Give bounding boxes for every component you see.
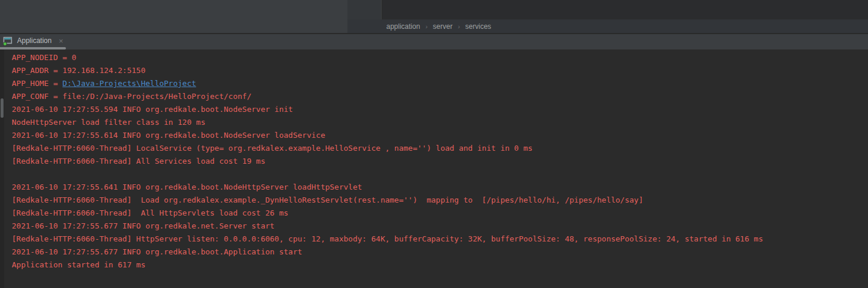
run-toolwindow-tab-bar: Application × (0, 34, 868, 49)
console-text: APP_CONF = file:/D:/Java-Projects/HelloP… (12, 92, 251, 101)
console-text: 2021-06-10 17:27:55.677 INFO org.redkale… (12, 221, 274, 230)
tab-label: Application (17, 37, 52, 45)
file-path-link[interactable]: D:\Java-Projects\HelloProject (62, 79, 196, 88)
console-output[interactable]: APP_NODEID = 0APP_ADDR = 192.168.124.2:5… (0, 49, 868, 288)
console-line: [Redkale-HTTP:6060-Thread] All Services … (12, 155, 868, 168)
scrollbar-thumb[interactable] (1, 98, 4, 118)
editor-top-strip: application › server › services (0, 0, 868, 34)
console-text: [Redkale-HTTP:6060-Thread] All HttpServl… (12, 208, 289, 217)
console-text: 2021-06-10 17:27:55.641 INFO org.redkale… (12, 183, 362, 191)
console-text: [Redkale-HTTP:6060-Thread] HttpServer li… (12, 234, 763, 243)
console-line: APP_CONF = file:/D:/Java-Projects/HelloP… (12, 90, 868, 103)
console-text: APP_NODEID = 0 (12, 53, 77, 62)
console-text: APP_ADDR = 192.168.124.2:5150 (12, 66, 145, 75)
console-line: NodeHttpServer load filter class in 120 … (12, 116, 868, 129)
close-icon[interactable]: × (58, 37, 65, 45)
console-line: [Redkale-HTTP:6060-Thread] HttpServer li… (12, 233, 868, 246)
editor-pane-right (382, 0, 868, 19)
console-text: Application started in 617 ms (12, 260, 145, 269)
console-line: [Redkale-HTTP:6060-Thread] LocalService … (12, 142, 868, 155)
console-line (12, 168, 868, 181)
console-line: 2021-06-10 17:27:55.614 INFO org.redkale… (12, 129, 868, 142)
console-text: APP_HOME = (12, 79, 62, 88)
editor-pane-left (0, 0, 347, 34)
breadcrumb-item-application[interactable]: application (386, 22, 420, 31)
console-text: 2021-06-10 17:27:55.594 INFO org.redkale… (12, 105, 293, 114)
console-line: 2021-06-10 17:27:55.677 INFO org.redkale… (12, 220, 868, 233)
console-line: [Redkale-HTTP:6060-Thread] Load org.redk… (12, 194, 868, 207)
console-line: 2021-06-10 17:27:55.594 INFO org.redkale… (12, 103, 868, 116)
console-text: [Redkale-HTTP:6060-Thread] Load org.redk… (12, 196, 643, 204)
chevron-right-icon: › (425, 23, 428, 30)
console-text: [Redkale-HTTP:6060-Thread] All Services … (12, 157, 265, 165)
console-line: 2021-06-10 17:27:55.677 INFO org.redkale… (12, 246, 868, 259)
console-text: [Redkale-HTTP:6060-Thread] LocalService … (12, 144, 532, 153)
console-line: Application started in 617 ms (12, 259, 868, 272)
console-line: 2021-06-10 17:27:55.641 INFO org.redkale… (12, 181, 868, 194)
breadcrumb-item-services[interactable]: services (465, 22, 491, 31)
tab-application-console[interactable]: Application × (0, 34, 64, 47)
chevron-right-icon: › (458, 23, 460, 30)
editor-gutter-block (347, 0, 382, 19)
run-console-icon (2, 36, 13, 45)
console-line: APP_HOME = D:\Java-Projects\HelloProject (12, 77, 868, 90)
console-line: [Redkale-HTTP:6060-Thread] All HttpServl… (12, 207, 868, 220)
console-text: NodeHttpServer load filter class in 120 … (12, 118, 206, 127)
console-line: APP_ADDR = 192.168.124.2:5150 (12, 64, 868, 77)
running-indicator-badge (3, 42, 7, 46)
breadcrumb-item-server[interactable]: server (433, 22, 452, 31)
console-text: 2021-06-10 17:27:55.677 INFO org.redkale… (12, 247, 302, 256)
console-line: APP_NODEID = 0 (12, 51, 868, 64)
console-text: 2021-06-10 17:27:55.614 INFO org.redkale… (12, 131, 325, 140)
breadcrumb: application › server › services (347, 19, 868, 34)
